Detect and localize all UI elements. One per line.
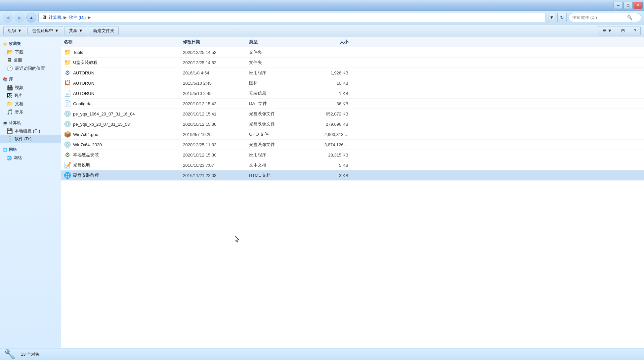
file-row[interactable]: 📁 Tools 2020/12/25 14:52 文件夹 bbox=[61, 47, 644, 58]
file-row[interactable]: 📄 Config.dat 2020/10/12 15:42 DAT 文件 36 … bbox=[61, 99, 644, 109]
close-button[interactable]: ✕ bbox=[633, 2, 643, 9]
file-icon-1: 📁 bbox=[64, 59, 71, 66]
file-date-1: 2020/12/25 14:52 bbox=[183, 60, 249, 65]
sidebar-item-video[interactable]: 🎬 视频 bbox=[0, 83, 61, 92]
file-row[interactable]: 💿 pe_yqs_1064_20_07_31_16_04 2020/10/12 … bbox=[61, 109, 644, 119]
file-date-4: 2015/5/10 2:45 bbox=[183, 91, 249, 96]
main-layout: ⭐ 收藏夹 📂 下载 🖥 桌面 🕐 最近访问的位置 📚 库 bbox=[0, 37, 644, 348]
organize-button[interactable]: 组织 ▼ bbox=[3, 26, 26, 35]
sidebar-item-pictures[interactable]: 🖼 图片 bbox=[0, 92, 61, 100]
search-icon[interactable]: 🔍 bbox=[627, 15, 632, 20]
forward-button[interactable]: ▶ bbox=[15, 13, 24, 22]
minimize-button[interactable]: ─ bbox=[614, 2, 623, 9]
file-size-6: 652,072 KB bbox=[309, 112, 355, 116]
share-dropdown-icon: ▼ bbox=[79, 28, 83, 33]
sidebar-library-label: 库 bbox=[9, 76, 13, 82]
include-library-button[interactable]: 包含到库中 ▼ bbox=[27, 26, 63, 35]
file-name-0: Tools bbox=[73, 50, 183, 55]
column-name[interactable]: 名称 bbox=[64, 39, 183, 45]
address-dropdown[interactable]: ▼ bbox=[548, 13, 555, 22]
search-input[interactable] bbox=[572, 15, 625, 20]
file-date-6: 2020/10/12 15:41 bbox=[183, 112, 249, 116]
maximize-button[interactable]: □ bbox=[623, 2, 633, 9]
video-icon: 🎬 bbox=[7, 84, 13, 91]
view-toggle-button[interactable]: ☰ ▼ bbox=[598, 26, 616, 35]
share-button[interactable]: 共享 ▼ bbox=[64, 26, 87, 35]
file-icon-7: 💿 bbox=[64, 120, 71, 128]
sidebar-favorites-header[interactable]: ⭐ 收藏夹 bbox=[0, 40, 61, 48]
sidebar-network-header[interactable]: 🌐 网络 bbox=[0, 146, 61, 154]
column-type[interactable]: 类型 bbox=[249, 39, 309, 45]
file-name-12: 硬盘安装教程 bbox=[73, 172, 183, 178]
file-type-12: HTML 文档 bbox=[249, 172, 309, 178]
file-date-5: 2020/10/12 15:42 bbox=[183, 101, 249, 106]
refresh-button[interactable]: ↻ bbox=[557, 13, 567, 22]
breadcrumb-computer[interactable]: 计算机 bbox=[49, 15, 62, 21]
address-path[interactable]: 🖥 计算机 ▶ 软件 (D:) ▶ bbox=[38, 13, 545, 22]
file-size-11: 5 KB bbox=[309, 163, 355, 168]
file-row[interactable]: 📦 Win7x64.gho 2019/9/7 19:25 GHO 文件 2,90… bbox=[61, 129, 644, 140]
file-row[interactable]: ⚙ 本地硬盘安装 2020/10/12 15:30 应用程序 28,315 KB bbox=[61, 150, 644, 160]
file-name-1: U盘安装教程 bbox=[73, 60, 183, 66]
up-icon: ▲ bbox=[29, 15, 34, 20]
sidebar-item-music[interactable]: 🎵 音乐 bbox=[0, 108, 61, 116]
new-folder-button[interactable]: 新建文件夹 bbox=[89, 26, 119, 35]
sidebar-recent-label: 最近访问的位置 bbox=[15, 66, 45, 71]
file-area: 名称 修改日期 类型 大小 📁 Tools 2020/12/25 14:52 文… bbox=[61, 37, 644, 348]
file-type-9: 光盘映像文件 bbox=[249, 142, 309, 148]
file-type-8: GHO 文件 bbox=[249, 131, 309, 137]
file-icon-11: 📝 bbox=[64, 161, 71, 169]
file-size-4: 1 KB bbox=[309, 91, 355, 96]
preview-button[interactable]: ⊞ bbox=[617, 26, 629, 35]
sidebar-item-downloads[interactable]: 📂 下载 bbox=[0, 48, 61, 56]
file-row[interactable]: 🖼 AUTORUN 2015/5/10 2:45 图标 10 KB bbox=[61, 78, 644, 88]
file-row[interactable]: 📁 U盘安装教程 2020/12/25 14:52 文件夹 bbox=[61, 58, 644, 68]
file-date-11: 2016/10/23 7:07 bbox=[183, 163, 249, 168]
file-type-1: 文件夹 bbox=[249, 60, 309, 66]
breadcrumb-sep2: ▶ bbox=[88, 15, 91, 20]
window-controls: ─ □ ✕ bbox=[614, 2, 643, 9]
file-name-10: 本地硬盘安装 bbox=[73, 152, 183, 158]
d-drive-icon: 💿 bbox=[7, 136, 13, 142]
file-date-10: 2020/10/12 15:30 bbox=[183, 153, 249, 158]
file-row[interactable]: 💿 pe_yqs_xp_20_07_31_15_53 2020/10/12 15… bbox=[61, 119, 644, 129]
sidebar-item-desktop[interactable]: 🖥 桌面 bbox=[0, 56, 61, 64]
file-name-2: AUTORUN bbox=[73, 70, 183, 75]
sidebar-item-recent[interactable]: 🕐 最近访问的位置 bbox=[0, 64, 61, 72]
sidebar-downloads-label: 下载 bbox=[15, 49, 23, 55]
file-row[interactable]: 📝 光盘说明 2016/10/23 7:07 文本文档 5 KB bbox=[61, 160, 644, 170]
column-size[interactable]: 大小 bbox=[309, 39, 355, 45]
sidebar-desktop-label: 桌面 bbox=[14, 57, 22, 63]
new-folder-label: 新建文件夹 bbox=[93, 28, 114, 34]
sidebar-item-c-drive[interactable]: 💾 本地磁盘 (C:) bbox=[0, 127, 61, 135]
c-drive-icon: 💾 bbox=[7, 128, 13, 134]
sidebar-item-documents[interactable]: 📁 文档 bbox=[0, 100, 61, 108]
breadcrumb-drive[interactable]: 软件 (D:) bbox=[69, 15, 86, 21]
file-row[interactable]: ⚙ AUTORUN 2016/1/8 4:54 应用程序 1,926 KB bbox=[61, 68, 644, 78]
file-row[interactable]: 💿 Win7x64_2020 2020/12/25 11:32 光盘映像文件 3… bbox=[61, 140, 644, 150]
file-size-10: 28,315 KB bbox=[309, 153, 355, 158]
file-row[interactable]: 📄 AUTORUN 2015/5/10 2:45 安装信息 1 KB bbox=[61, 88, 644, 99]
sidebar-computer-header[interactable]: 💻 计算机 bbox=[0, 119, 61, 127]
sidebar-music-label: 音乐 bbox=[15, 109, 23, 115]
sidebar-favorites-section: ⭐ 收藏夹 📂 下载 🖥 桌面 🕐 最近访问的位置 bbox=[0, 40, 61, 72]
search-box[interactable]: 🔍 bbox=[569, 13, 641, 22]
file-type-3: 图标 bbox=[249, 80, 309, 86]
file-icon-8: 📦 bbox=[64, 131, 71, 138]
documents-icon: 📁 bbox=[7, 101, 13, 107]
file-row[interactable]: 🌐 硬盘安装教程 2016/11/21 22:03 HTML 文档 3 KB bbox=[61, 170, 644, 181]
view-dropdown-icon: ▼ bbox=[608, 28, 612, 33]
file-name-4: AUTORUN bbox=[73, 91, 183, 96]
column-date[interactable]: 修改日期 bbox=[183, 39, 249, 45]
help-button[interactable]: ? bbox=[630, 26, 641, 35]
file-name-7: pe_yqs_xp_20_07_31_15_53 bbox=[73, 122, 183, 127]
view-buttons: ☰ ▼ ⊞ ? bbox=[598, 26, 641, 35]
up-button[interactable]: ▲ bbox=[26, 13, 36, 22]
file-type-6: 光盘映像文件 bbox=[249, 111, 309, 117]
sidebar-item-d-drive[interactable]: 💿 软件 (D:) bbox=[0, 135, 61, 143]
file-size-8: 2,900,813 ... bbox=[309, 132, 355, 137]
sidebar-library-header[interactable]: 📚 库 bbox=[0, 75, 61, 83]
back-button[interactable]: ◀ bbox=[3, 13, 13, 22]
file-name-9: Win7x64_2020 bbox=[73, 142, 183, 147]
sidebar-item-network[interactable]: 🌐 网络 bbox=[0, 154, 61, 162]
